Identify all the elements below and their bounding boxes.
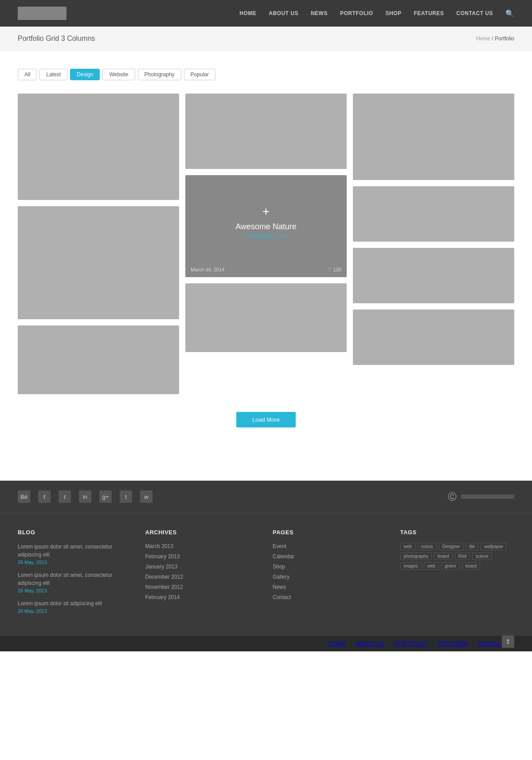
breadcrumb: Home / Portfolio bbox=[476, 35, 514, 42]
list-item: January 2013 bbox=[145, 563, 260, 570]
load-more-button[interactable]: Load More bbox=[236, 412, 296, 427]
tag[interactable]: board bbox=[462, 562, 481, 570]
tag[interactable]: Designer bbox=[439, 543, 464, 550]
social-twitter[interactable]: t bbox=[59, 490, 71, 503]
nav-contact[interactable]: CONTACT US bbox=[456, 10, 493, 16]
skype-bar bbox=[461, 494, 514, 499]
archive-march2013[interactable]: March 2013 bbox=[145, 543, 173, 549]
pages-list: Event Calendar Shop Gallery News Contact bbox=[273, 543, 387, 600]
breadcrumb-home[interactable]: Home bbox=[476, 35, 490, 42]
blog-text-2: Lorem ipsum dolor sit amet, consectetur … bbox=[18, 571, 132, 587]
list-item: December 2012 bbox=[145, 573, 260, 580]
footer-bottom: HOME ABOUT US PORTFOLIO FEATURES CONTACT… bbox=[0, 636, 532, 651]
filter-tabs: All Latest Design Website Photography Po… bbox=[18, 69, 514, 80]
portfolio-item[interactable] bbox=[185, 94, 347, 169]
footer-bottom-home[interactable]: HOME bbox=[328, 640, 345, 647]
page-news[interactable]: News bbox=[273, 584, 286, 590]
nav-portfolio[interactable]: PORTFOLIO bbox=[340, 10, 373, 16]
page-shop[interactable]: Shop bbox=[273, 564, 285, 570]
blog-item: Lorem ipsum dolor sit adipiscing elit 26… bbox=[18, 599, 132, 614]
tag[interactable]: green bbox=[441, 562, 460, 570]
tag[interactable]: web bbox=[400, 543, 415, 550]
footer-bottom-portfolio[interactable]: PORTFOLIO bbox=[394, 640, 427, 647]
portfolio-item[interactable] bbox=[18, 206, 179, 319]
blog-item: Lorem ipsum dolor sit amet, consectetur … bbox=[18, 571, 132, 593]
page-contact[interactable]: Contact bbox=[273, 594, 291, 600]
archive-dec2012[interactable]: December 2012 bbox=[145, 574, 183, 580]
portfolio-item[interactable] bbox=[18, 94, 179, 200]
scroll-top-button[interactable]: ⇧ bbox=[502, 635, 514, 648]
featured-meta: March 30, 2014 ♡ 120 bbox=[191, 267, 341, 273]
archive-feb2014[interactable]: February 2014 bbox=[145, 594, 180, 600]
blog-date-3: 26 May, 2013 bbox=[18, 608, 132, 614]
footer-col-tags: TAGS web colors Designer tile wallpaper … bbox=[400, 529, 515, 620]
tag[interactable]: web bbox=[424, 562, 439, 570]
social-linkedin[interactable]: in bbox=[79, 490, 91, 503]
filter-design[interactable]: Design bbox=[70, 69, 100, 80]
portfolio-col-left bbox=[18, 94, 179, 394]
list-item: News bbox=[273, 584, 387, 590]
footer-bottom-features[interactable]: FEATURES bbox=[437, 640, 467, 647]
social-behance[interactable]: Bé bbox=[18, 490, 30, 503]
social-google[interactable]: g+ bbox=[99, 490, 112, 503]
portfolio-item[interactable] bbox=[353, 94, 514, 180]
archive-feb2013[interactable]: February 2013 bbox=[145, 553, 180, 560]
filter-all[interactable]: All bbox=[18, 69, 37, 80]
main-content: All Latest Design Website Photography Po… bbox=[0, 51, 532, 481]
portfolio-item[interactable] bbox=[18, 325, 179, 394]
page-calendar[interactable]: Calendar bbox=[273, 553, 294, 560]
portfolio-item[interactable] bbox=[353, 309, 514, 365]
featured-date: March 30, 2014 bbox=[191, 267, 224, 273]
tags-wrap: web colors Designer tile wallpaper photo… bbox=[400, 543, 515, 570]
page-title: Portfolio Grid 3 Columns bbox=[18, 35, 95, 43]
list-item: February 2013 bbox=[145, 553, 260, 560]
portfolio-item[interactable] bbox=[353, 186, 514, 242]
nav-news[interactable]: NEWS bbox=[311, 10, 328, 16]
nav-links: HOME ABOUT US NEWS PORTFOLIO SHOP FEATUR… bbox=[239, 9, 514, 18]
filter-popular[interactable]: Popular bbox=[184, 69, 215, 80]
footer-columns: BLOG Lorem ipsum dolor sit amet, consect… bbox=[0, 513, 532, 636]
portfolio-item[interactable] bbox=[185, 283, 347, 352]
tag[interactable]: board bbox=[434, 552, 453, 560]
portfolio-item-featured[interactable]: + Awesome Nature Photography · Art March… bbox=[185, 175, 347, 277]
social-tumblr[interactable]: t bbox=[120, 490, 132, 503]
nav-about[interactable]: ABOUT US bbox=[269, 10, 298, 16]
footer-bottom-about[interactable]: ABOUT US bbox=[355, 640, 384, 647]
footer: Bé f t in g+ t w Ⓒ BLOG Lorem ipsum dolo… bbox=[0, 481, 532, 651]
footer-col-blog: BLOG Lorem ipsum dolor sit amet, consect… bbox=[18, 529, 132, 620]
logo bbox=[18, 7, 66, 20]
footer-col-pages: PAGES Event Calendar Shop Gallery News C… bbox=[273, 529, 387, 620]
nav-shop[interactable]: SHOP bbox=[385, 10, 401, 16]
list-item: Calendar bbox=[273, 553, 387, 560]
tag[interactable]: sckine bbox=[472, 552, 492, 560]
tag[interactable]: Red bbox=[455, 552, 470, 560]
tag[interactable]: photography bbox=[400, 552, 432, 560]
nav-features[interactable]: FEATURES bbox=[414, 10, 444, 16]
breadcrumb-current: Portfolio bbox=[495, 35, 514, 42]
nav-home[interactable]: HOME bbox=[239, 10, 256, 16]
filter-photography[interactable]: Photography bbox=[138, 69, 181, 80]
skype-icon: Ⓒ bbox=[448, 491, 457, 503]
tag[interactable]: colors bbox=[418, 543, 437, 550]
social-twitter2[interactable]: w bbox=[140, 490, 153, 503]
tag[interactable]: wallpaper bbox=[481, 543, 507, 550]
archive-jan2013[interactable]: January 2013 bbox=[145, 564, 178, 570]
portfolio-item[interactable] bbox=[353, 248, 514, 303]
blog-date-2: 26 May, 2013 bbox=[18, 588, 132, 593]
tag[interactable]: tile bbox=[466, 543, 479, 550]
filter-latest[interactable]: Latest bbox=[39, 69, 67, 80]
page-gallery[interactable]: Gallery bbox=[273, 574, 289, 580]
list-item: November 2012 bbox=[145, 584, 260, 590]
list-item: February 2014 bbox=[145, 594, 260, 600]
tag[interactable]: images bbox=[400, 562, 422, 570]
list-item: Shop bbox=[273, 563, 387, 570]
social-facebook[interactable]: f bbox=[38, 490, 51, 503]
search-icon[interactable]: 🔍 bbox=[505, 9, 514, 18]
footer-social: Bé f t in g+ t w Ⓒ bbox=[0, 481, 532, 513]
list-item: Gallery bbox=[273, 573, 387, 580]
filter-website[interactable]: Website bbox=[102, 69, 135, 80]
portfolio-col-right bbox=[353, 94, 514, 394]
archive-nov2012[interactable]: November 2012 bbox=[145, 584, 183, 590]
tags-title: TAGS bbox=[400, 529, 515, 536]
page-event[interactable]: Event bbox=[273, 543, 286, 549]
